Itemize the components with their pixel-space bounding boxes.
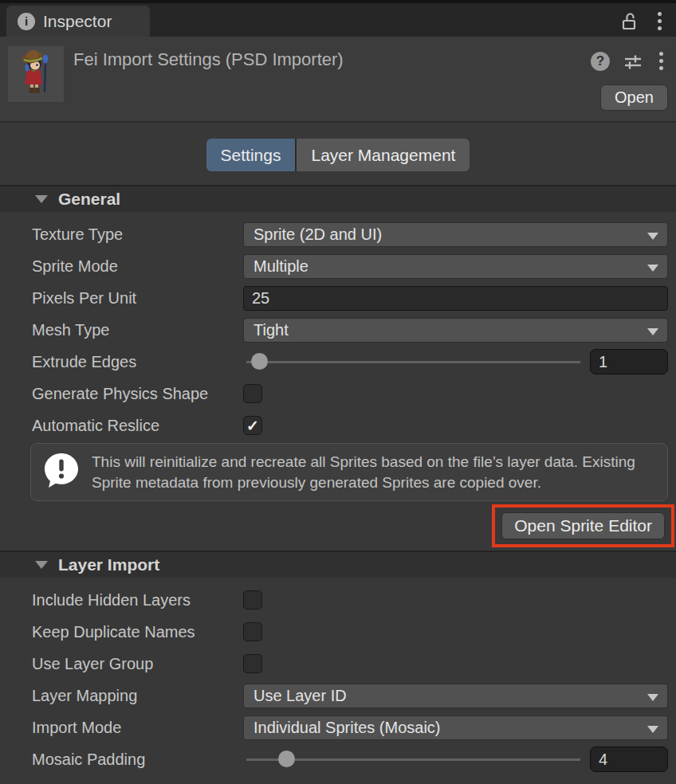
general-section-title: General — [58, 190, 120, 209]
unlock-icon[interactable] — [619, 11, 639, 32]
texture-type-value: Sprite (2D and UI) — [254, 225, 382, 244]
sprite-mode-label: Sprite Mode — [0, 257, 243, 276]
automatic-reslice-label: Automatic Reslice — [0, 417, 243, 435]
sprite-mode-row: Sprite Mode Multiple — [0, 250, 676, 282]
asset-header: Fei Import Settings (PSD Importer) ? Ope… — [0, 37, 676, 123]
chevron-down-icon — [647, 233, 658, 240]
include-hidden-layers-row: Include Hidden Layers — [0, 584, 676, 616]
texture-type-label: Texture Type — [0, 225, 243, 244]
inspector-tab[interactable]: i Inspector — [6, 6, 150, 37]
window-menu-icon[interactable] — [654, 10, 665, 33]
mosaic-padding-label: Mosaic Padding — [0, 751, 243, 769]
import-mode-value: Individual Sprites (Mosaic) — [254, 719, 441, 737]
mode-toolbar: Settings Layer Management — [0, 123, 676, 185]
chevron-down-icon — [647, 265, 658, 272]
use-layer-group-label: Use Layer Group — [0, 655, 243, 673]
foldout-arrow-icon[interactable] — [35, 561, 48, 569]
use-layer-group-checkbox[interactable] — [243, 654, 262, 673]
extrude-edges-input[interactable] — [590, 349, 668, 374]
include-hidden-layers-checkbox[interactable] — [243, 590, 262, 610]
sprite-mode-dropdown[interactable]: Multiple — [243, 254, 668, 279]
generate-physics-shape-checkbox[interactable] — [243, 384, 262, 403]
use-layer-group-row: Use Layer Group — [0, 648, 676, 680]
texture-type-dropdown[interactable]: Sprite (2D and UI) — [243, 222, 668, 247]
chevron-down-icon — [647, 328, 658, 335]
extrude-edges-slider[interactable] — [243, 350, 584, 374]
open-sprite-editor-button[interactable]: Open Sprite Editor — [501, 512, 665, 539]
pixels-per-unit-row: Pixels Per Unit — [0, 282, 676, 314]
general-rows: Texture Type Sprite (2D and UI) Sprite M… — [0, 212, 676, 441]
info-text: This will reinitialize and recreate all … — [92, 451, 654, 493]
layer-mapping-value: Use Layer ID — [254, 687, 347, 705]
slider-track[interactable] — [246, 361, 580, 363]
mode-tab-group: Settings Layer Management — [206, 139, 470, 171]
import-mode-dropdown[interactable]: Individual Sprites (Mosaic) — [243, 715, 668, 740]
reslice-info-box: This will reinitialize and recreate all … — [30, 443, 668, 501]
window-tab-bar: i Inspector — [0, 0, 676, 37]
general-section-header[interactable]: General — [0, 185, 676, 212]
layer-import-rows: Include Hidden Layers Keep Duplicate Nam… — [0, 578, 676, 775]
texture-type-row: Texture Type Sprite (2D and UI) — [0, 218, 676, 250]
open-button[interactable]: Open — [600, 84, 668, 111]
import-mode-row: Import Mode Individual Sprites (Mosaic) — [0, 711, 676, 743]
chevron-down-icon — [647, 726, 658, 733]
keep-duplicate-names-label: Keep Duplicate Names — [0, 623, 243, 641]
info-icon: i — [18, 13, 35, 30]
sprite-editor-button-row: Open Sprite Editor — [0, 504, 676, 551]
automatic-reslice-checkbox[interactable]: ✓ — [243, 416, 262, 435]
keep-duplicate-names-checkbox[interactable] — [243, 622, 262, 641]
annotation-highlight: Open Sprite Editor — [492, 504, 674, 547]
mesh-type-label: Mesh Type — [0, 321, 243, 339]
import-mode-label: Import Mode — [0, 719, 243, 737]
asset-thumbnail — [8, 46, 64, 102]
layer-import-section-title: Layer Import — [58, 555, 159, 574]
pixels-per-unit-label: Pixels Per Unit — [0, 289, 243, 308]
foldout-arrow-icon[interactable] — [35, 195, 48, 203]
mesh-type-value: Tight — [254, 321, 289, 339]
keep-duplicate-names-row: Keep Duplicate Names — [0, 616, 676, 648]
presets-icon[interactable] — [623, 51, 643, 72]
layer-mapping-label: Layer Mapping — [0, 687, 243, 705]
tab-layer-management[interactable]: Layer Management — [297, 139, 470, 171]
layer-import-section-header[interactable]: Layer Import — [0, 551, 676, 578]
mosaic-padding-row: Mosaic Padding — [0, 743, 676, 775]
tab-settings[interactable]: Settings — [206, 139, 297, 171]
layer-mapping-row: Layer Mapping Use Layer ID — [0, 680, 676, 711]
mesh-type-row: Mesh Type Tight — [0, 314, 676, 346]
mosaic-padding-input[interactable] — [590, 747, 668, 772]
header-menu-icon[interactable] — [656, 49, 666, 73]
pixels-per-unit-input[interactable] — [243, 286, 668, 311]
help-icon[interactable]: ? — [591, 52, 610, 71]
mosaic-padding-slider[interactable] — [243, 747, 584, 771]
generate-physics-shape-label: Generate Physics Shape — [0, 385, 243, 403]
slider-thumb[interactable] — [251, 353, 268, 370]
inspector-tab-label: Inspector — [43, 12, 112, 31]
sprite-mode-value: Multiple — [254, 257, 309, 276]
automatic-reslice-row: Automatic Reslice ✓ — [0, 410, 676, 441]
chevron-down-icon — [647, 694, 658, 701]
checkmark-icon: ✓ — [246, 417, 259, 435]
extrude-edges-row: Extrude Edges — [0, 346, 676, 378]
generate-physics-shape-row: Generate Physics Shape — [0, 378, 676, 410]
layer-mapping-dropdown[interactable]: Use Layer ID — [243, 684, 668, 708]
include-hidden-layers-label: Include Hidden Layers — [0, 591, 243, 610]
asset-title: Fei Import Settings (PSD Importer) — [73, 49, 344, 70]
extrude-edges-label: Extrude Edges — [0, 353, 243, 371]
alert-bubble-icon — [42, 451, 81, 491]
slider-thumb[interactable] — [278, 751, 295, 767]
mesh-type-dropdown[interactable]: Tight — [243, 318, 668, 343]
slider-track[interactable] — [246, 759, 580, 761]
